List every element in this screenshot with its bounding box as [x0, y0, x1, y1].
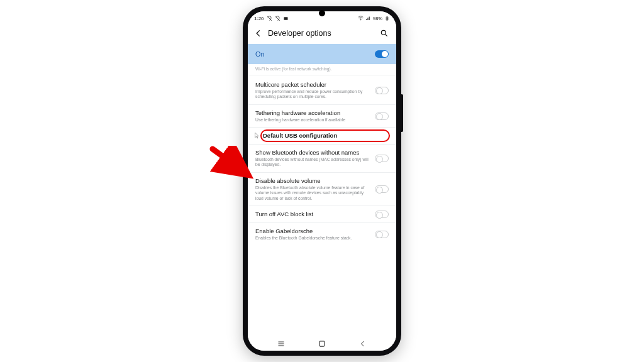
- row-disable-absolute-volume[interactable]: Disable absolute volume Disables the Blu…: [248, 173, 396, 206]
- row-title: Default USB configuration: [263, 132, 389, 140]
- svg-rect-0: [284, 17, 287, 20]
- master-toggle-row[interactable]: On: [248, 44, 396, 64]
- location-off-icon: [267, 16, 272, 21]
- wifi-icon: [358, 16, 364, 21]
- row-tethering-hardware-acceleration[interactable]: Tethering hardware acceleration Use teth…: [248, 105, 396, 128]
- toggle-switch[interactable]: [375, 211, 389, 218]
- search-button[interactable]: [379, 28, 390, 39]
- app-header: Developer options: [248, 25, 396, 44]
- row-title: Multicore packet scheduler: [255, 81, 370, 89]
- row-title: Tethering hardware acceleration: [255, 109, 370, 117]
- back-button[interactable]: [253, 28, 264, 39]
- row-title: Show Bluetooth devices without names: [255, 149, 370, 156]
- row-subtitle: Disables the Bluetooth absolute volume f…: [255, 185, 370, 201]
- partial-row-above: Wi-Fi is active (for fast network switch…: [248, 64, 396, 75]
- navigation-bar: [248, 337, 396, 351]
- page-title: Developer options: [268, 29, 375, 38]
- row-default-usb-configuration[interactable]: Default USB configuration: [248, 128, 396, 145]
- row-enable-gabeldorsche[interactable]: Enable Gabeldorsche Enables the Bluetoot…: [248, 223, 396, 245]
- svg-rect-9: [319, 341, 325, 346]
- toggle-switch[interactable]: [375, 112, 389, 120]
- status-time: 1:26: [254, 16, 264, 21]
- screen: 1:26: [248, 11, 396, 351]
- row-title: Enable Gabeldorsche: [255, 228, 370, 235]
- row-subtitle: Improve performance and reduce power con…: [255, 89, 370, 100]
- toggle-switch[interactable]: [375, 87, 389, 94]
- row-subtitle: Use tethering hardware acceleration if a…: [255, 118, 370, 123]
- row-subtitle: Bluetooth devices without names (MAC add…: [255, 157, 370, 168]
- row-subtitle: Enables the Bluetooth Gabeldorsche featu…: [255, 236, 370, 241]
- camera-cutout: [319, 10, 325, 16]
- pointer-cursor-icon: [253, 131, 260, 140]
- toggle-switch[interactable]: [375, 185, 389, 193]
- phone-frame: 1:26: [243, 6, 401, 356]
- card-icon: [283, 16, 289, 21]
- svg-rect-4: [387, 16, 387, 17]
- location-off-icon: [275, 16, 280, 21]
- master-toggle-switch[interactable]: [375, 50, 389, 58]
- recents-button[interactable]: [275, 339, 287, 348]
- svg-point-1: [360, 19, 361, 20]
- row-turn-off-avc-block-list[interactable]: Turn off AVC block list: [248, 206, 396, 223]
- svg-point-5: [381, 30, 386, 35]
- signal-icon: [365, 16, 371, 21]
- battery-percent: 98%: [373, 16, 382, 21]
- master-toggle-label: On: [255, 50, 375, 58]
- toggle-switch[interactable]: [375, 231, 389, 238]
- settings-list[interactable]: Wi-Fi is active (for fast network switch…: [248, 64, 396, 337]
- battery-icon: [384, 16, 390, 21]
- row-title: Disable absolute volume: [255, 177, 370, 185]
- svg-rect-3: [387, 17, 388, 19]
- row-multicore-packet-scheduler[interactable]: Multicore packet scheduler Improve perfo…: [248, 77, 396, 105]
- row-show-bluetooth-devices-without-names[interactable]: Show Bluetooth devices without names Blu…: [248, 145, 396, 173]
- toggle-switch[interactable]: [375, 155, 389, 162]
- row-title: Turn off AVC block list: [255, 211, 370, 218]
- home-button[interactable]: [316, 339, 328, 348]
- back-nav-button[interactable]: [357, 339, 369, 348]
